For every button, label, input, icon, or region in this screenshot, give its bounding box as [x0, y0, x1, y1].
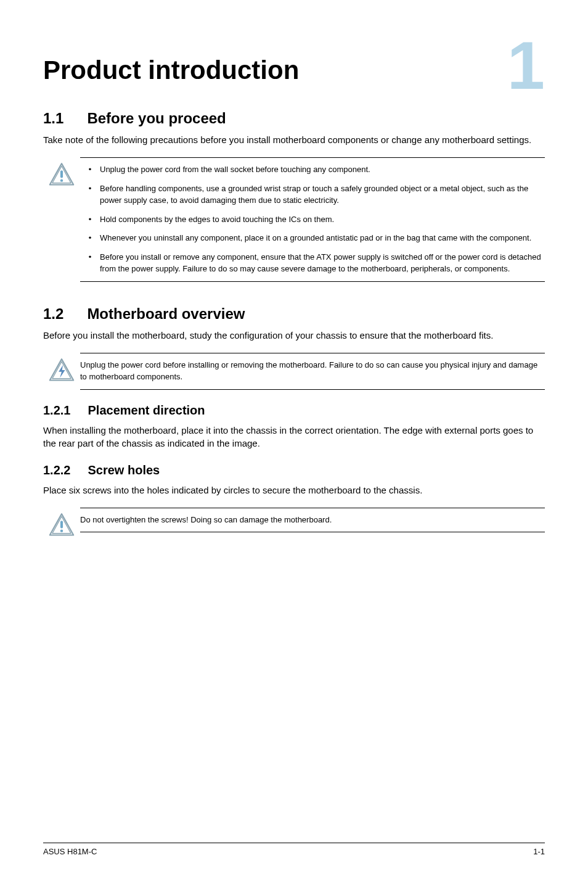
bullet-icon: •	[80, 164, 100, 176]
warning-triangle-icon	[43, 508, 80, 538]
list-item-text: Unplug the power cord from the wall sock…	[100, 164, 370, 176]
svg-point-3	[60, 529, 63, 532]
bullet-icon: •	[80, 183, 100, 207]
svg-point-1	[60, 179, 63, 181]
page-footer: ASUS H81M-C 1-1	[43, 843, 545, 856]
subsection-1-2-2-header: 1.2.2 Screw holes	[43, 463, 545, 477]
shock-callout: Unplug the power cord before installing …	[43, 353, 545, 390]
chapter-header: 1 Product introduction	[43, 56, 545, 85]
list-item-text: Before you install or remove any compone…	[100, 252, 545, 275]
section-1-1-body: Take note of the following precautions b…	[43, 133, 545, 146]
svg-rect-0	[60, 170, 63, 178]
precautions-content: •Unplug the power cord from the wall soc…	[80, 157, 545, 282]
section-title: Motherboard overview	[87, 305, 245, 323]
subsection-1-2-1-header: 1.2.1 Placement direction	[43, 403, 545, 418]
bullet-icon: •	[80, 233, 100, 244]
list-item: •Hold components by the edges to avoid t…	[80, 214, 545, 226]
section-number: 1.2	[43, 305, 63, 323]
list-item: •Unplug the power cord from the wall soc…	[80, 164, 545, 176]
precautions-list: •Unplug the power cord from the wall soc…	[80, 164, 545, 275]
overtighten-content: Do not overtighten the screws! Doing so …	[80, 508, 545, 533]
list-item: •Before you install or remove any compon…	[80, 252, 545, 275]
warning-triangle-icon	[43, 157, 80, 188]
chapter-title: Product introduction	[43, 56, 545, 85]
list-item: •Whenever you uninstall any component, p…	[80, 233, 545, 244]
overtighten-note-text: Do not overtighten the screws! Doing so …	[80, 514, 545, 526]
shock-note-text: Unplug the power cord before installing …	[80, 360, 545, 383]
shock-content: Unplug the power cord before installing …	[80, 353, 545, 390]
section-1-2-header: 1.2 Motherboard overview	[43, 305, 545, 323]
list-item-text: Hold components by the edges to avoid to…	[100, 214, 334, 226]
shock-triangle-icon	[43, 353, 80, 384]
list-item-text: Whenever you uninstall any component, pl…	[100, 233, 531, 244]
bullet-icon: •	[80, 214, 100, 226]
footer-page-number: 1-1	[533, 847, 545, 856]
section-1-1-header: 1.1 Before you proceed	[43, 110, 545, 127]
subsection-number: 1.2.2	[43, 463, 70, 477]
section-title: Before you proceed	[87, 110, 226, 127]
subsection-title: Placement direction	[88, 403, 205, 418]
subsection-1-2-2-body: Place six screws into the holes indicate…	[43, 484, 545, 497]
overtighten-callout: Do not overtighten the screws! Doing so …	[43, 508, 545, 538]
chapter-number: 1	[507, 26, 545, 104]
precautions-callout: •Unplug the power cord from the wall soc…	[43, 157, 545, 282]
list-item-text: Before handling components, use a ground…	[100, 183, 545, 207]
footer-product: ASUS H81M-C	[43, 847, 97, 856]
subsection-number: 1.2.1	[43, 403, 70, 418]
subsection-1-2-1-body: When installing the motherboard, place i…	[43, 424, 545, 450]
section-1-2-body: Before you install the motherboard, stud…	[43, 329, 545, 342]
section-number: 1.1	[43, 110, 63, 127]
subsection-title: Screw holes	[88, 463, 160, 477]
svg-rect-2	[60, 521, 63, 528]
list-item: •Before handling components, use a groun…	[80, 183, 545, 207]
bullet-icon: •	[80, 252, 100, 275]
